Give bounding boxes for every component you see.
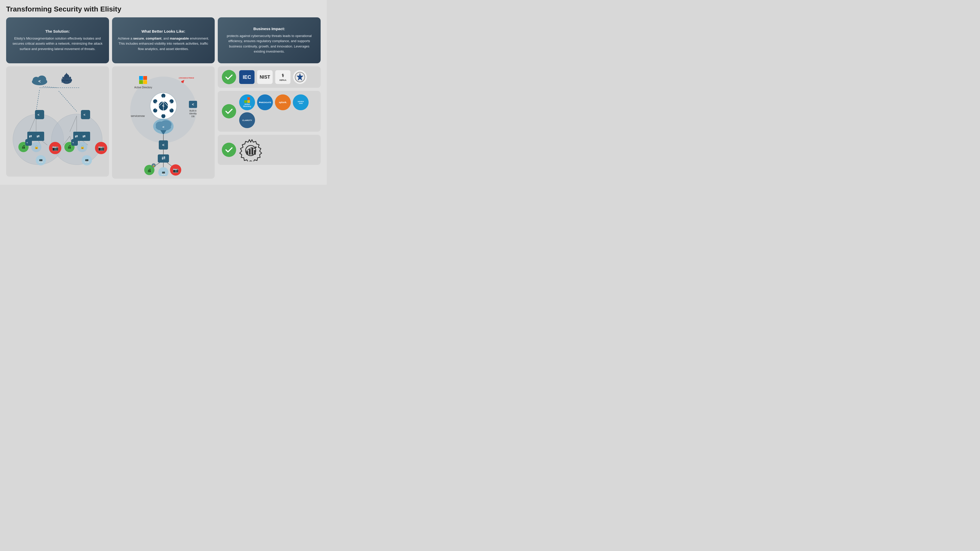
svg-text:DB: DB [191,115,195,118]
firewall-icon [59,72,74,86]
svg-text:<: < [192,102,194,106]
svg-text:<: < [162,103,164,108]
svg-text:⇄: ⇄ [29,134,32,138]
svg-text:⇄: ⇄ [83,134,86,138]
integration-logos: ActiveDirectory ✚MEDIGATE splunk. servic… [239,94,317,128]
camera-red-right: 📷 [95,142,107,154]
svg-point-41 [170,108,173,113]
middle-diagram-area: < Active Directory CROWDSTRIKE [112,66,215,179]
svg-text:Built-in: Built-in [189,110,197,112]
whatbetter-box: What Better Looks Like: Achieve a secure… [112,17,215,63]
gear-analytics-icon [239,138,262,161]
servicenow-label: servicenow [131,114,145,118]
check-icon-2 [222,104,236,118]
solution-box: The Solution: Elisity's Microsegmentatio… [6,17,109,63]
svg-text:<: < [73,141,74,144]
svg-text:<: < [83,113,86,117]
svg-line-1 [36,90,39,111]
check-icon-1 [222,70,236,84]
whatbetter-box-body: Achieve a secure, compliant, and managea… [118,36,209,51]
svg-rect-89 [249,149,251,155]
impact-box-title: Business Impact: [253,27,285,31]
svg-rect-55 [143,80,147,84]
svg-point-43 [153,108,157,113]
svg-line-0 [43,87,57,87]
logo-iec: IEC [239,70,255,84]
svg-rect-22 [62,81,71,83]
left-gateway-node: < [35,110,44,119]
svg-text:<: < [38,113,40,117]
svg-text:🔒: 🔒 [153,164,155,167]
svg-line-2 [59,91,77,111]
svg-point-44 [153,99,157,103]
svg-rect-52 [139,76,143,80]
integration-splunk: splunk. [275,94,291,110]
camera-red-left: 📷 [49,142,61,154]
svg-rect-88 [247,151,248,155]
page-container: Transforming Security with Elisity The S… [0,0,327,185]
svg-rect-90 [251,148,253,155]
solution-box-body: Elisity's Microsegmentation solution eff… [12,36,103,51]
col-whatbetter: What Better Looks Like: Achieve a secure… [112,17,215,179]
svg-rect-91 [254,150,256,155]
compliance-row-2: ActiveDirectory ✚MEDIGATE splunk. servic… [218,91,321,132]
svg-text:<: < [38,79,41,83]
cloud-icon: < [31,73,48,86]
solution-box-title: The Solution: [45,29,70,33]
svg-point-42 [161,114,165,118]
col-solution: The Solution: Elisity's Microsegmentatio… [6,17,109,176]
left-diagram-area: < [6,66,109,176]
logo-hipaa: ⚕ HIPAA [275,70,291,84]
middle-diagram-svg: < Active Directory CROWDSTRIKE [115,69,212,176]
svg-rect-54 [139,80,143,84]
svg-text:<: < [27,141,28,144]
integration-servicenow: servicenow [293,94,309,110]
integration-claroty: CLAROTY [239,112,255,128]
svg-text:CROWDSTRIKE: CROWDSTRIKE [179,77,194,79]
svg-text:Identity: Identity [189,112,197,115]
lock-device-left: 🔒 [31,142,41,152]
logo-dhs [293,70,307,84]
whatbetter-box-title: What Better Looks Like: [142,29,185,33]
svg-text:Active Directory: Active Directory [134,86,152,89]
left-router-node2: ⇄ [35,132,44,141]
integration-active-directory: ActiveDirectory [239,94,255,110]
svg-point-92 [255,146,256,148]
check-icon-3 [222,143,236,157]
left-diagram: < [10,70,105,173]
page-title: Transforming Security with Elisity [6,5,321,13]
svg-rect-20 [62,78,71,79]
integration-medigate: ✚MEDIGATE [257,94,273,110]
svg-text:💻: 💻 [161,170,166,175]
svg-text:⇄: ⇄ [75,134,78,138]
svg-text:<: < [162,143,165,147]
impact-box-body: protects against cybersecurity threats l… [223,33,315,54]
svg-text:⇄: ⇄ [37,134,40,138]
small-node-right: < [71,139,78,146]
compliance-row-1: IEC NIST ⚕ HIPAA [218,66,321,88]
svg-rect-53 [143,76,147,80]
logo-nist: NIST [257,70,273,84]
compliance-logos-row1: IEC NIST ⚕ HIPAA [239,70,307,84]
small-node-left: < [25,139,32,146]
right-router-node2: ⇄ [81,132,90,141]
svg-text:📷: 📷 [173,167,179,173]
svg-point-40 [170,99,173,103]
compliance-row-3 [218,135,321,165]
laptop-right: 💻 [82,155,92,165]
col-impact: Business Impact: protects against cybers… [218,17,321,165]
svg-text:<: < [162,125,164,129]
lock-device-right: 🔒 [77,142,87,152]
svg-text:🖨: 🖨 [147,168,151,173]
svg-text:⇄: ⇄ [162,156,165,160]
svg-rect-21 [62,80,71,81]
right-gateway-node: < [81,110,90,119]
main-columns: The Solution: Elisity's Microsegmentatio… [6,17,321,179]
impact-box: Business Impact: protects against cybers… [218,17,321,63]
laptop-left: 💻 [36,155,46,165]
